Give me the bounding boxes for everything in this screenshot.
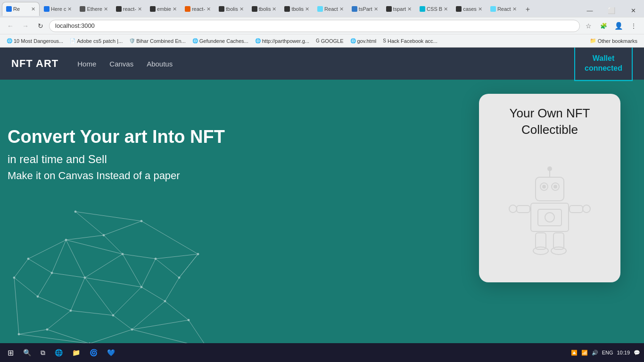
bookmark-5[interactable]: 🌐 http://parthpower.g... [252,37,312,45]
address-bar[interactable] [49,20,580,32]
tab-close-4[interactable]: ✕ [138,6,142,12]
vscode-button[interactable]: 💙 [103,349,119,356]
tab-close-1[interactable]: ✕ [31,6,35,12]
svg-line-39 [38,296,71,311]
svg-line-29 [123,254,141,287]
tab-2[interactable]: Here c ✕ [40,2,75,16]
bookmark-6[interactable]: G GOOGLE [313,37,346,45]
tab-10[interactable]: React ✕ [314,2,347,16]
tab-4[interactable]: react- ✕ [112,2,146,16]
svg-line-26 [71,278,85,311]
tab-5[interactable]: embie ✕ [146,2,181,16]
tab-close-5[interactable]: ✕ [173,6,177,12]
bookmark-8[interactable]: S Hack Facebook acc... [380,37,440,45]
bookmark-7[interactable]: 🌐 gov.html [347,37,380,45]
bookmark-3[interactable]: 🛡️ Bihar Combined En... [126,37,189,45]
search-button[interactable]: 🔍 [19,349,35,356]
svg-line-37 [71,311,113,315]
tab-close-9[interactable]: ✕ [305,6,309,12]
tab-6[interactable]: react- ✕ [181,2,215,16]
file-explorer[interactable]: 📁 [68,349,84,356]
tab-favicon-2 [44,6,50,12]
edge-button[interactable]: 🌐 [51,349,66,356]
svg-line-23 [85,254,123,278]
nav-link-aboutus[interactable]: Aboutus [147,60,173,68]
tab-title-14: cases [463,6,477,12]
back-button[interactable]: ← [4,19,17,33]
tab-title-9: tbolis [291,6,304,12]
wallet-connected-button[interactable]: Walletconnected [574,48,633,81]
tab-close-2[interactable]: ✕ [67,6,72,12]
svg-line-34 [113,287,141,315]
tab-12[interactable]: tspart ✕ [382,2,416,16]
profile-button[interactable]: 👤 [612,19,625,33]
svg-rect-75 [570,206,583,213]
navbar-brand: NFT ART [11,58,58,70]
nav-link-canvas[interactable]: Canvas [109,60,133,68]
svg-point-76 [509,205,517,213]
tab-7[interactable]: tbolis ✕ [215,2,248,16]
task-view[interactable]: ⧉ [37,349,49,357]
nft-card-image [487,146,613,275]
extensions-button[interactable]: 🧩 [597,19,610,33]
tab-11[interactable]: tsPart ✕ [348,2,382,16]
tab-favicon-13 [420,6,425,12]
network-icon: 📶 [581,350,588,356]
maximize-button[interactable]: ⬜ [601,2,622,19]
start-button[interactable]: ⊞ [4,348,17,357]
tab-favicon-4 [116,6,122,12]
hero-subtitle: in real time and Sell [8,153,225,166]
minimize-button[interactable]: — [579,2,601,19]
close-button[interactable]: ✕ [622,2,644,19]
nft-collectible-image [503,163,597,257]
svg-line-27 [52,273,85,278]
other-bookmarks[interactable]: 📁 Other bookmarks [587,37,640,45]
svg-line-30 [104,235,123,254]
svg-rect-66 [536,177,564,201]
tab-close-12[interactable]: ✕ [407,6,412,12]
tab-title-4: react- [123,6,136,12]
svg-line-50 [132,320,189,329]
tab-favicon-8 [252,6,257,12]
forward-button[interactable]: → [19,19,32,33]
tab-14[interactable]: cases ✕ [452,2,486,16]
navbar: NFT ART Home Canvas Aboutus Walletconnec… [0,48,644,80]
tab-3[interactable]: Ethere ✕ [76,2,111,16]
nav-link-home[interactable]: Home [77,60,96,68]
menu-button[interactable]: ⋮ [627,19,640,33]
tab-title-5: embie [157,6,171,12]
tab-9[interactable]: tbolis ✕ [281,2,313,16]
svg-line-46 [156,259,179,278]
notification-button[interactable]: 💬 [634,350,640,356]
tab-15[interactable]: React ✕ [487,2,520,16]
bookmarks-bar: 🌐 10 Most Dangerous... 📄 Adobe cs5 patch… [0,34,644,47]
tab-close-13[interactable]: ✕ [444,6,448,12]
tab-close-15[interactable]: ✕ [512,6,517,12]
browser-chrome: Re ✕ Here c ✕ Ethere ✕ react- ✕ embie ✕ … [0,0,644,48]
tab-close-11[interactable]: ✕ [374,6,378,12]
tab-close-6[interactable]: ✕ [206,6,211,12]
app-container: NFT ART Home Canvas Aboutus Walletconnec… [0,48,644,362]
tab-close-8[interactable]: ✕ [272,6,276,12]
bookmark-4[interactable]: 🌐 Gefundene Caches... [190,37,251,45]
bookmark-2[interactable]: 📄 Adobe cs5 patch |... [67,37,125,45]
reload-button[interactable]: ↻ [34,19,47,33]
edge-taskbar[interactable]: 🌀 [86,349,101,356]
hero-text: Convert Your art Into NFT in real time a… [8,127,225,182]
tab-1[interactable]: Re ✕ [2,2,40,16]
tab-close-3[interactable]: ✕ [104,6,108,12]
tab-13[interactable]: CSS B ✕ [416,2,452,16]
bookmark-star[interactable]: ☆ [582,19,595,33]
tab-title-12: tspart [393,6,406,12]
svg-point-69 [543,185,545,188]
svg-line-43 [66,235,104,240]
tab-close-7[interactable]: ✕ [239,6,244,12]
tab-close-10[interactable]: ✕ [339,6,344,12]
bookmark-1[interactable]: 🌐 10 Most Dangerous... [4,37,66,45]
tab-title-13: CSS B [427,6,442,12]
tab-8[interactable]: tbolis ✕ [248,2,281,16]
new-tab-button[interactable]: + [521,5,535,14]
tab-close-14[interactable]: ✕ [478,6,482,12]
taskbar: ⊞ 🔍 ⧉ 🌐 📁 🌀 💙 🔼 📶 🔊 ENG 10:19 💬 [0,343,644,362]
svg-line-24 [85,278,141,287]
